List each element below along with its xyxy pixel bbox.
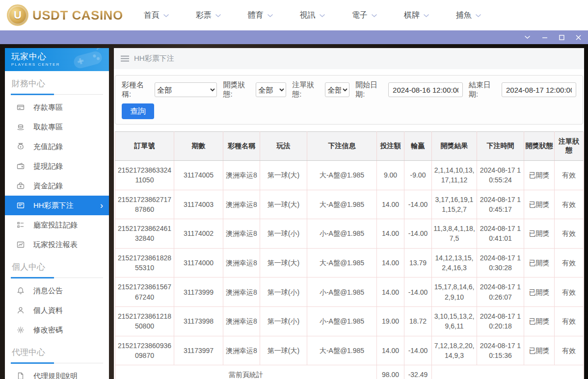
sidebar-item-player-report[interactable]: 玩家投注報表 bbox=[5, 235, 109, 254]
room-bet-record-icon bbox=[17, 221, 25, 229]
table-cell: 澳洲幸运8 bbox=[223, 278, 260, 307]
nav-item[interactable]: 視訊 bbox=[300, 10, 325, 21]
end-date-input[interactable] bbox=[502, 82, 576, 97]
table-cell: 31174000 bbox=[174, 248, 223, 278]
sidebar-item-notices[interactable]: 消息公告 bbox=[5, 281, 109, 301]
document-icon bbox=[17, 372, 25, 379]
sidebar-item-label: 個人資料 bbox=[33, 306, 63, 315]
lottery-bet-icon bbox=[17, 202, 25, 209]
table-cell: 3,10,15,13,2,9,6,11 bbox=[432, 306, 477, 336]
table-cell bbox=[432, 365, 584, 379]
table-cell: 澳洲幸运8 bbox=[223, 190, 260, 219]
column-header: 期數 bbox=[174, 132, 223, 161]
section-finance-center: 財務中心 bbox=[11, 78, 103, 95]
nav-item-label: 首頁 bbox=[144, 10, 160, 21]
sidebar-item-agent-rules[interactable]: 代理規則說明 bbox=[5, 366, 109, 379]
table-cell: 2152172386121850800 bbox=[115, 306, 174, 336]
lottery-name-label: 彩種名稱: bbox=[122, 80, 152, 99]
sidebar-item-label: 資金記錄 bbox=[33, 181, 63, 191]
sidebar-item-recharge-record[interactable]: 充值記錄 bbox=[5, 137, 109, 156]
sidebar-item-label: 充值記錄 bbox=[33, 142, 63, 152]
gear-icon bbox=[17, 326, 25, 334]
brand-logo[interactable]: U USDT CASINO bbox=[7, 4, 123, 26]
table-cell: -14.00 bbox=[404, 190, 432, 219]
table-cell: 14.00 bbox=[377, 278, 404, 307]
sidebar-item-deposit[interactable]: 存款專區 bbox=[5, 98, 109, 117]
sidebar-item-room-bet-record[interactable]: 廳室投註記錄 bbox=[5, 215, 109, 235]
sidebar-item-profile[interactable]: 個人資料 bbox=[5, 301, 109, 320]
nav-item[interactable]: 電子 bbox=[352, 10, 377, 21]
section-personal-center: 個人中心 bbox=[11, 261, 103, 278]
end-date-label: 結束日期: bbox=[469, 80, 499, 99]
table-cell: 14.00 bbox=[377, 190, 404, 219]
nav-item[interactable]: 彩票 bbox=[196, 10, 221, 21]
table-cell: 有效 bbox=[555, 219, 584, 249]
column-header: 下注信息 bbox=[307, 132, 377, 161]
window-dropdown-icon[interactable] bbox=[524, 35, 531, 39]
sidebar: 玩家中心 PLAYERS CENTER 財務中心 存款專區 取款專區 充值記錄 … bbox=[5, 48, 109, 379]
order-status-label: 注單狀態: bbox=[292, 80, 322, 99]
chevron-down-icon bbox=[475, 14, 481, 18]
table-cell: 澳洲幸运8 bbox=[223, 306, 260, 336]
sidebar-item-hh-lottery-bets[interactable]: HH彩票下注 › bbox=[5, 196, 109, 215]
breadcrumb: HH彩票下注 bbox=[114, 48, 584, 69]
draw-status-label: 開獎狀態: bbox=[223, 80, 253, 99]
table-cell: 7,12,18,2,20,14,9,3 bbox=[432, 336, 477, 365]
table-cell: 2152172386332411050 bbox=[115, 161, 174, 190]
players-center-header: 玩家中心 PLAYERS CENTER bbox=[5, 48, 109, 71]
table-cell: 98.00 bbox=[377, 365, 404, 379]
search-button[interactable]: 查詢 bbox=[122, 103, 154, 119]
window-close-icon[interactable] bbox=[576, 35, 581, 40]
table-cell: 19.00 bbox=[377, 306, 404, 336]
sidebar-item-withdrawal-record[interactable]: 提現記錄 bbox=[5, 156, 109, 176]
table-cell: 2024-08-17 10:45:17 bbox=[477, 190, 524, 219]
usdt-coin-icon: U bbox=[7, 4, 28, 26]
table-cell: 有效 bbox=[555, 190, 584, 219]
nav-item[interactable]: 首頁 bbox=[144, 10, 169, 21]
table-cell: 小-A盤@1.985 bbox=[307, 278, 377, 307]
recharge-record-icon bbox=[17, 143, 25, 151]
column-header: 開獎狀態 bbox=[524, 132, 555, 161]
table-cell: 2024-08-17 10:30:28 bbox=[477, 248, 524, 278]
start-date-label: 開始日期: bbox=[355, 80, 386, 99]
table-cell: 澳洲幸运8 bbox=[223, 248, 260, 278]
sidebar-item-label: 修改密碼 bbox=[33, 326, 63, 335]
sidebar-item-withdraw[interactable]: 取款專區 bbox=[5, 117, 109, 137]
table-row: 215217238633241105031174005澳洲幸运8第一球(大)大-… bbox=[115, 161, 584, 190]
hamburger-menu-icon[interactable] bbox=[121, 55, 129, 62]
chevron-down-icon bbox=[371, 14, 377, 18]
table-header-row: 訂單號期數彩種名稱玩法下注信息投注額輸贏開獎結果下注時間開獎狀態注單狀態 bbox=[115, 132, 584, 161]
nav-item[interactable]: 體育 bbox=[248, 10, 273, 21]
column-header: 訂單號 bbox=[115, 132, 174, 161]
table-row: 215217238618285531031174000澳洲幸运8第一球(大)大-… bbox=[115, 248, 584, 278]
table-cell: 有效 bbox=[555, 336, 584, 365]
table-cell: 31174005 bbox=[174, 161, 223, 190]
table-cell: 小-A盤@1.985 bbox=[307, 306, 377, 336]
nav-item[interactable]: 捕魚 bbox=[456, 10, 481, 21]
column-header: 彩種名稱 bbox=[223, 132, 260, 161]
table-cell: 大-A盤@1.985 bbox=[307, 190, 377, 219]
window-minimize-icon[interactable] bbox=[542, 35, 548, 40]
table-cell: 31174003 bbox=[174, 190, 223, 219]
sidebar-item-label: 存款專區 bbox=[33, 103, 63, 112]
nav-item[interactable]: 棋牌 bbox=[404, 10, 429, 21]
column-header: 投注額 bbox=[377, 132, 404, 161]
chevron-down-icon bbox=[163, 14, 169, 18]
table-cell: 第一球(小) bbox=[260, 306, 307, 336]
sidebar-item-funds-record[interactable]: 資金記錄 bbox=[5, 176, 109, 196]
table-cell: 3,17,16,19,11,15,2,7 bbox=[432, 190, 477, 219]
table-cell: 已開獎 bbox=[524, 278, 555, 307]
table-cell: 第一球(小) bbox=[260, 278, 307, 307]
nav-item-label: 電子 bbox=[352, 10, 368, 21]
nav-item-label: 視訊 bbox=[300, 10, 316, 21]
table-cell: 13.79 bbox=[404, 248, 432, 278]
table-row: 215217238624613284031174002澳洲幸运8第一球(小)小-… bbox=[115, 219, 584, 249]
table-cell: 已開獎 bbox=[524, 161, 555, 190]
draw-status-select[interactable]: 全部 bbox=[256, 82, 286, 97]
main-nav: 首頁彩票體育視訊電子棋牌捕魚 bbox=[144, 10, 481, 21]
order-status-select[interactable]: 全部 bbox=[325, 82, 349, 97]
window-maximize-icon[interactable] bbox=[559, 35, 564, 40]
sidebar-item-change-password[interactable]: 修改密碼 bbox=[5, 320, 109, 340]
lottery-name-select[interactable]: 全部 bbox=[155, 82, 217, 97]
start-date-input[interactable] bbox=[388, 82, 463, 97]
